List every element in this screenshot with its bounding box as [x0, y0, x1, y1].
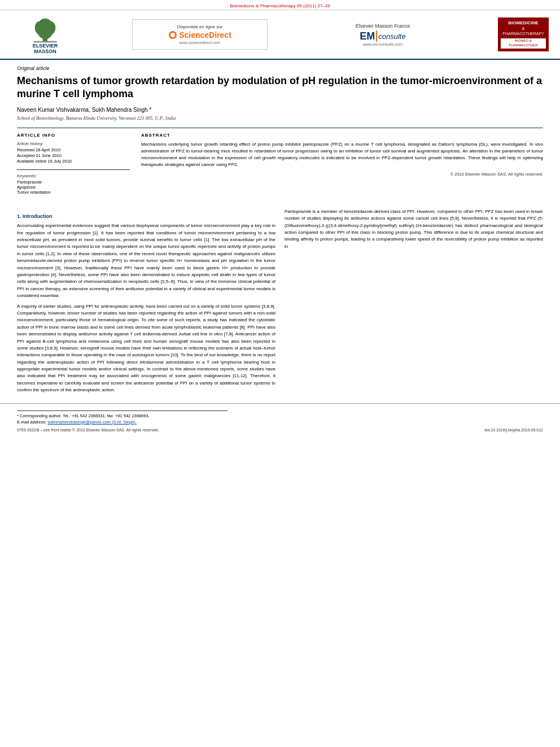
svg-rect-4: [33, 41, 57, 43]
em-url: www.em-consulte.com: [363, 42, 403, 46]
bio-logo-amp: &: [501, 26, 546, 31]
disponible-text: Disponible en ligne sur: [177, 24, 223, 29]
bio-logo-pharma: PHARMACOTHERAPY: [501, 31, 546, 36]
journal-header: Biomedicine & Pharmacotherapy 65 (2011) …: [0, 0, 560, 10]
article-authors: Naveen Kumar Vishvakarma, Sukh Mahendra …: [17, 107, 543, 113]
col-left: 1. Introduction Accumulating experimenta…: [17, 208, 275, 397]
footer-divider: [17, 410, 228, 411]
sd-icon: [168, 30, 177, 40]
elsevier-masson-france: Elsevier Masson France: [356, 23, 410, 29]
section1-heading: 1. Introduction: [17, 213, 275, 221]
article-type: Original article: [17, 65, 543, 71]
corresponding-note: * Corresponding author. Tel.: +91 542 23…: [17, 413, 543, 418]
article-affiliation: School of Biotechnology, Banaras Hindu U…: [17, 115, 543, 121]
email-line: E-mail address: sukhmahendrasingh@yahoo.…: [17, 420, 543, 425]
bio-logo-title: BIOMEDICINE: [501, 20, 546, 26]
elsevier-logo: ELSEVIER MASSON: [11, 15, 79, 54]
keywords-section: Keywords: Pantoprazole Apoptosis Tumor r…: [17, 169, 130, 195]
em-consulte-logo: Elsevier Masson France EM consulte www.e…: [321, 23, 445, 46]
logos-bar: ELSEVIER MASSON Disponible en ligne sur …: [0, 10, 560, 60]
sciencedirect-logo: Disponible en ligne sur ScienceDirect ww…: [132, 19, 268, 50]
body-right-p1: Pantoprazole is a member of benzimidazol…: [285, 208, 543, 250]
info-section-title: ARTICLE INFO: [17, 133, 130, 138]
svg-point-2: [35, 21, 45, 34]
article-info-abstract: ARTICLE INFO Article history: Received 2…: [17, 128, 543, 195]
keyword-1: Pantoprazole: [17, 180, 130, 185]
journal-title: Biomedicine & Pharmacotherapy 65 (2011) …: [230, 3, 330, 8]
keyword-2: Apoptosis: [17, 185, 130, 190]
body-left-p2: A majority of earlier studies, using PPI…: [17, 303, 275, 394]
abstract-text: Mechanisms underlying tumor growth retar…: [141, 141, 543, 168]
sd-text: ScienceDirect: [179, 30, 231, 40]
article-body: 1. Introduction Accumulating experimenta…: [0, 208, 560, 397]
bio-logo-subtitle: BIOMED & PHARMACOTHER: [501, 38, 546, 49]
page-wrapper: Biomedicine & Pharmacotherapy 65 (2011) …: [0, 0, 560, 436]
available-date: Available online 16 July 2010: [17, 159, 130, 164]
svg-point-3: [46, 21, 56, 34]
footer-bottom: 0753-3322/$ – see front matter © 2010 El…: [17, 428, 543, 432]
email-label: E-mail address:: [17, 420, 46, 425]
em-divider: [376, 30, 377, 42]
sd-url: www.sciencedirect.com: [180, 41, 221, 45]
keyword-3: Tumor retardation: [17, 190, 130, 195]
article-info: ARTICLE INFO Article history: Received 2…: [17, 133, 130, 195]
masson-text: MASSON: [33, 49, 58, 54]
history-label: Article history:: [17, 141, 130, 146]
body-left-p1: Accumulating experimental evidences sugg…: [17, 222, 275, 299]
abstract-title: ABSTRACT: [141, 133, 543, 138]
article-content: Original article Mechanisms of tumor gro…: [0, 60, 560, 208]
elsevier-tree-icon: [31, 15, 59, 43]
svg-point-6: [170, 33, 175, 37]
doi-text: doi:10.1016/j.biopha.2010.06.012: [484, 428, 543, 432]
issn-text: 0753-3322/$ – see front matter © 2010 El…: [17, 428, 159, 432]
col-right: Pantoprazole is a member of benzimidazol…: [285, 208, 543, 397]
accepted-date: Accepted 21 June 2010: [17, 153, 130, 158]
biomedicine-logo: BIOMEDICINE & PHARMACOTHERAPY BIOMED & P…: [498, 18, 549, 51]
keywords-label: Keywords:: [17, 173, 130, 178]
elsevier-text: ELSEVIER: [33, 43, 58, 49]
em-logo: EM: [360, 30, 375, 42]
consulte-text: consulte: [378, 32, 405, 41]
email-value: sukhmahendrasingh@yahoo.com (S.M. Singh)…: [47, 420, 137, 425]
abstract-section: ABSTRACT Mechanisms underlying tumor gro…: [141, 133, 543, 195]
copyright-line: © 2010 Elsevier Masson SAS. All rights r…: [141, 172, 543, 177]
article-title: Mechanisms of tumor growth retardation b…: [17, 75, 543, 101]
article-footer: * Corresponding author. Tel.: +91 542 23…: [0, 403, 560, 436]
received-date: Received 28 April 2010: [17, 147, 130, 152]
